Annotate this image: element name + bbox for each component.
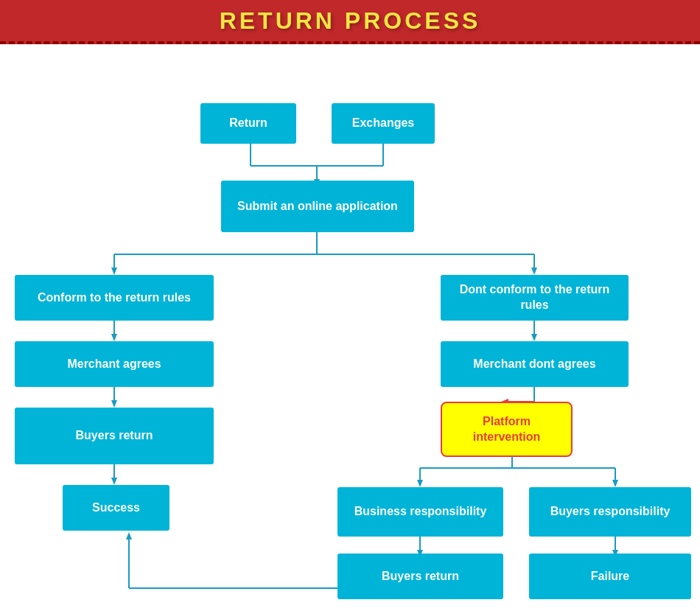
- submit-box: Submit an online application: [221, 181, 414, 232]
- exchanges-box: Exchanges: [332, 103, 435, 144]
- svg-marker-25: [417, 480, 423, 487]
- svg-marker-16: [111, 478, 117, 485]
- header: RETURN PROCESS: [0, 0, 700, 44]
- page-title: RETURN PROCESS: [220, 7, 481, 35]
- buyers-return-left-box: Buyers return: [15, 408, 214, 464]
- buyers-return-right-box: Buyers return: [337, 554, 503, 599]
- merchant-agrees-box: Merchant agrees: [15, 341, 214, 387]
- svg-marker-8: [111, 268, 117, 275]
- svg-marker-34: [126, 532, 132, 540]
- platform-box: Platform intervention: [441, 402, 573, 457]
- dont-conform-box: Dont conform to the return rules: [441, 275, 629, 321]
- svg-marker-10: [531, 268, 537, 275]
- business-resp-box: Business responsibility: [337, 487, 503, 537]
- merchant-dont-box: Merchant dont agrees: [441, 341, 629, 387]
- failure-box: Failure: [529, 554, 691, 599]
- page: RETURN PROCESS: [0, 0, 700, 611]
- svg-marker-12: [111, 334, 117, 341]
- success-box: Success: [63, 485, 169, 531]
- svg-marker-27: [612, 480, 618, 487]
- svg-marker-14: [111, 400, 117, 408]
- svg-marker-18: [531, 334, 537, 341]
- return-box: Return: [200, 103, 296, 144]
- conform-box: Conform to the return rules: [15, 275, 214, 321]
- buyers-resp-box: Buyers responsibility: [529, 487, 691, 537]
- diagram: Return Exchanges Submit an online applic…: [0, 44, 700, 611]
